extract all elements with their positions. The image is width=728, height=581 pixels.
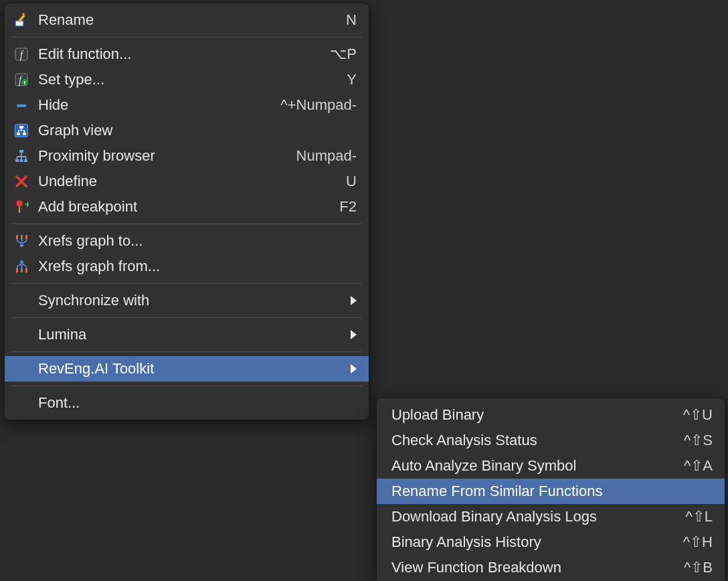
no-icon xyxy=(13,394,30,412)
submenu-arrow-icon xyxy=(351,296,357,305)
svg-rect-22 xyxy=(21,235,23,239)
svg-rect-14 xyxy=(19,150,23,153)
svg-rect-23 xyxy=(25,235,27,239)
menu-item-label: Undefine xyxy=(38,173,338,190)
menu-item-label: Xrefs graph to... xyxy=(38,232,349,250)
separator xyxy=(11,37,362,37)
menu-item-add-breakpoint[interactable]: +Add breakpointF2 xyxy=(5,194,369,220)
separator xyxy=(11,386,362,386)
menu-item-binary-analysis-history[interactable]: Binary Analysis History^⇧H xyxy=(377,529,725,555)
menu-item-shortcut: ^⇧A xyxy=(684,457,713,475)
svg-rect-17 xyxy=(24,159,27,162)
function-icon: f xyxy=(13,46,30,63)
svg-text:+: + xyxy=(25,199,29,210)
svg-rect-26 xyxy=(25,268,27,272)
svg-rect-15 xyxy=(15,159,19,162)
menu-item-label: Check Analysis Status xyxy=(391,432,676,449)
menu-item-rename[interactable]: RenameN xyxy=(5,7,369,33)
menu-item-upload-binary[interactable]: Upload Binary^⇧U xyxy=(377,402,725,428)
menu-item-shortcut: Numpad- xyxy=(296,147,357,165)
menu-item-shortcut: ^⇧U xyxy=(683,406,713,424)
menu-item-shortcut: ^⇧L xyxy=(685,508,713,525)
menu-item-download-binary-analysis-logs[interactable]: Download Binary Analysis Logs^⇧L xyxy=(377,504,725,529)
svg-rect-16 xyxy=(20,159,23,162)
svg-rect-25 xyxy=(21,268,23,272)
menu-item-check-analysis-status[interactable]: Check Analysis Status^⇧S xyxy=(377,428,725,453)
menu-item-shortcut: ^+Numpad- xyxy=(280,96,357,114)
no-icon xyxy=(13,292,30,309)
proximity-icon xyxy=(13,147,30,165)
undefine-icon xyxy=(13,173,30,190)
menu-item-label: Lumina xyxy=(38,326,337,343)
xrefs-from-icon xyxy=(13,258,30,275)
menu-item-shortcut: ⌥P xyxy=(330,46,357,63)
menu-item-reveng-ai-toolkit[interactable]: RevEng.AI Toolkit xyxy=(5,356,369,382)
separator xyxy=(11,317,362,318)
menu-item-xrefs-graph-from[interactable]: Xrefs graph from... xyxy=(5,254,369,279)
menu-item-shortcut: ^⇧B xyxy=(684,559,713,576)
menu-item-label: Download Binary Analysis Logs xyxy=(391,508,677,525)
submenu-arrow-icon xyxy=(351,330,357,339)
no-icon xyxy=(13,360,30,378)
menu-item-lumina[interactable]: Lumina xyxy=(5,322,369,347)
menu-item-label: Synchronize with xyxy=(38,292,337,309)
svg-rect-21 xyxy=(16,235,18,239)
context-menu[interactable]: RenameNfEdit function...⌥PftSet type...Y… xyxy=(4,3,369,420)
svg-rect-12 xyxy=(17,133,20,135)
breakpoint-icon: + xyxy=(13,198,30,216)
menu-item-label: Font... xyxy=(38,394,349,412)
menu-item-graph-view[interactable]: Graph view xyxy=(5,118,369,143)
menu-item-label: Auto Analyze Binary Symbol xyxy=(391,457,676,475)
menu-item-auto-analyze-binary-symbol[interactable]: Auto Analyze Binary Symbol^⇧A xyxy=(377,453,725,479)
menu-item-label: Rename xyxy=(38,11,338,29)
separator xyxy=(11,224,362,224)
menu-item-shortcut: ^⇧H xyxy=(683,533,713,551)
menu-item-edit-function[interactable]: fEdit function...⌥P xyxy=(5,42,369,67)
menu-item-view-function-breakdown[interactable]: View Function Breakdown^⇧B xyxy=(377,555,725,580)
menu-item-label: RevEng.AI Toolkit xyxy=(38,360,337,378)
hide-icon xyxy=(13,96,30,114)
svg-rect-19 xyxy=(19,207,20,213)
menu-item-label: Add breakpoint xyxy=(38,198,331,216)
no-icon xyxy=(13,326,30,343)
menu-item-proximity-browser[interactable]: Proximity browserNumpad- xyxy=(5,143,369,169)
menu-item-label: Binary Analysis History xyxy=(391,533,675,551)
menu-item-label: Edit function... xyxy=(38,46,322,63)
svg-rect-11 xyxy=(19,126,23,129)
svg-rect-24 xyxy=(16,268,18,272)
graph-icon xyxy=(13,122,30,139)
menu-item-rename-from-similar-functions[interactable]: Rename From Similar Functions xyxy=(377,479,725,504)
separator xyxy=(11,351,362,352)
svg-text:t: t xyxy=(24,80,26,86)
menu-item-label: Set type... xyxy=(38,71,339,88)
menu-item-shortcut: Y xyxy=(347,71,357,88)
menu-item-label: View Function Breakdown xyxy=(391,559,676,576)
xrefs-to-icon xyxy=(13,232,30,250)
menu-item-label: Proximity browser xyxy=(38,147,288,165)
submenu-arrow-icon xyxy=(351,364,357,374)
menu-item-hide[interactable]: Hide^+Numpad- xyxy=(5,92,369,118)
menu-item-label: Hide xyxy=(38,96,272,114)
menu-item-synchronize-with[interactable]: Synchronize with xyxy=(5,288,369,313)
menu-item-shortcut: F2 xyxy=(339,198,357,216)
menu-item-xrefs-graph-to[interactable]: Xrefs graph to... xyxy=(5,228,369,254)
svg-rect-9 xyxy=(17,104,26,107)
menu-item-shortcut: N xyxy=(346,11,357,29)
menu-item-label: Xrefs graph from... xyxy=(38,258,349,275)
menu-item-font[interactable]: Font... xyxy=(5,390,369,416)
separator xyxy=(11,283,362,284)
reveng-submenu[interactable]: Upload Binary^⇧UCheck Analysis Status^⇧S… xyxy=(376,398,725,581)
rename-icon xyxy=(13,11,30,29)
svg-point-18 xyxy=(16,200,23,207)
menu-item-shortcut: ^⇧S xyxy=(684,432,713,449)
svg-rect-13 xyxy=(23,133,26,135)
menu-item-label: Upload Binary xyxy=(391,406,675,424)
menu-item-undefine[interactable]: UndefineU xyxy=(5,169,369,194)
menu-item-set-type[interactable]: ftSet type...Y xyxy=(5,67,369,92)
menu-item-label: Graph view xyxy=(38,122,349,139)
function-type-icon: ft xyxy=(13,71,30,88)
menu-item-label: Rename From Similar Functions xyxy=(391,483,705,500)
menu-item-shortcut: U xyxy=(346,173,357,190)
